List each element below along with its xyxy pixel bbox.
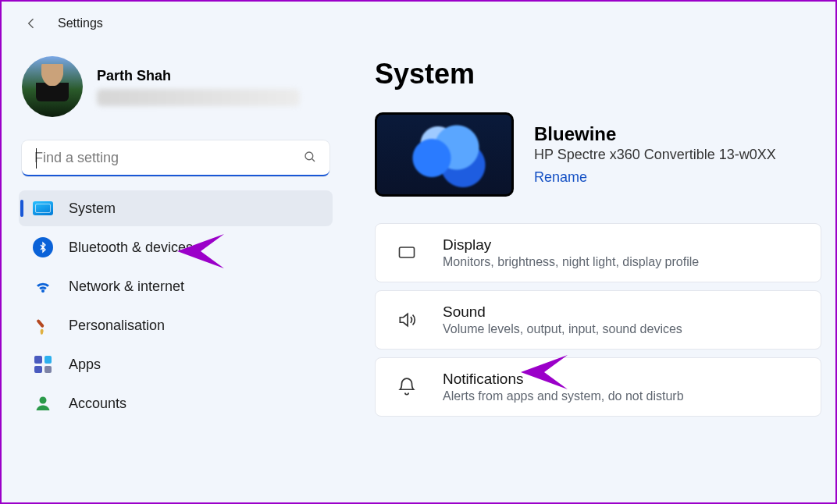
settings-card-display[interactable]: Display Monitors, brightness, night ligh… [375,223,821,282]
svg-rect-3 [400,247,415,257]
bluetooth-icon [33,237,53,257]
notifications-icon [393,377,421,397]
apps-icon [33,354,53,374]
avatar [22,56,83,117]
brush-icon [33,315,53,335]
device-thumbnail[interactable] [375,112,514,197]
card-subtitle: Alerts from apps and system, do not dist… [443,389,684,403]
device-name: Bluewine [534,123,776,145]
sound-icon [393,310,421,330]
card-title: Display [443,236,699,254]
sidebar-item-label: Personalisation [69,318,165,334]
card-subtitle: Monitors, brightness, night light, displ… [443,255,699,269]
settings-card-notifications[interactable]: Notifications Alerts from apps and syste… [375,357,821,417]
user-email-blurred [97,89,300,106]
app-title: Settings [58,16,103,30]
sidebar-item-bluetooth[interactable]: Bluetooth & devices [19,229,333,265]
username: Parth Shah [97,68,300,84]
page-title: System [375,58,821,91]
profile-block[interactable]: Parth Shah [16,50,336,128]
accounts-icon [33,393,53,413]
sidebar-item-apps[interactable]: Apps [19,346,333,382]
svg-rect-1 [36,319,45,328]
card-title: Notifications [443,371,684,388]
wifi-icon [33,276,53,296]
sidebar-item-label: System [69,201,116,217]
sidebar-item-personalisation[interactable]: Personalisation [19,307,333,343]
sidebar-item-label: Network & internet [69,279,184,295]
svg-point-2 [40,397,47,404]
system-icon [33,198,53,218]
rename-link[interactable]: Rename [534,169,587,186]
card-subtitle: Volume levels, output, input, sound devi… [443,322,682,336]
sidebar-item-label: Bluetooth & devices [69,240,193,256]
display-icon [393,243,421,262]
sidebar-item-label: Accounts [69,396,126,412]
main-panel: System Bluewine HP Spectre x360 Converti… [344,36,821,421]
sidebar: Parth Shah System Bluetooth & devices [16,36,344,421]
sidebar-item-system[interactable]: System [19,190,333,226]
device-model: HP Spectre x360 Convertible 13-w0XX [534,147,776,163]
svg-point-0 [305,152,313,160]
device-summary: Bluewine HP Spectre x360 Convertible 13-… [375,112,821,197]
settings-card-sound[interactable]: Sound Volume levels, output, input, soun… [375,290,821,350]
sidebar-item-network[interactable]: Network & internet [19,268,333,304]
search-field[interactable] [22,140,329,176]
card-title: Sound [443,303,682,321]
search-icon [303,150,317,167]
back-icon[interactable] [23,16,39,31]
sidebar-item-accounts[interactable]: Accounts [19,385,333,421]
search-input[interactable] [22,140,329,176]
sidebar-item-label: Apps [69,357,101,373]
